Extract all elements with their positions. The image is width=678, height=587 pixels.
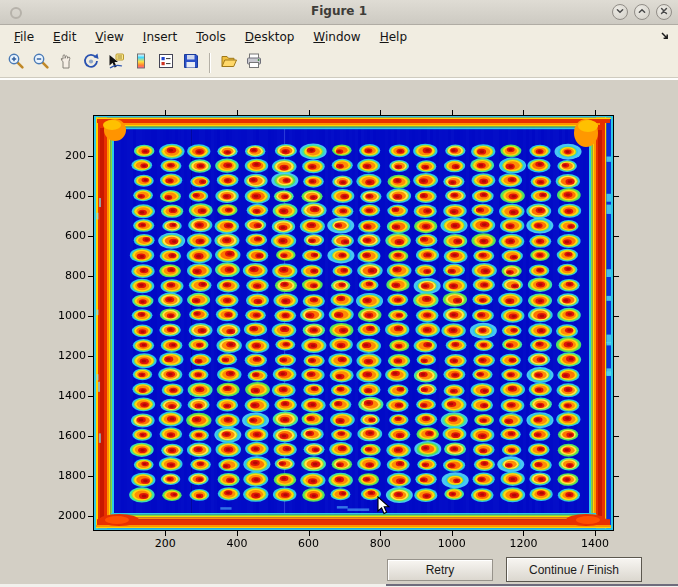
y-tick-label: 1200	[46, 349, 86, 362]
x-tick-mark	[380, 110, 381, 115]
x-tick-mark	[309, 531, 310, 536]
window-title: Figure 1	[0, 4, 678, 18]
shade-button[interactable]	[612, 4, 628, 20]
x-tick-mark	[237, 531, 238, 536]
zoom-in-button[interactable]	[6, 53, 26, 73]
y-tick-mark	[614, 196, 619, 197]
save-icon	[182, 52, 200, 74]
zoom-out-button[interactable]	[31, 53, 51, 73]
x-tick-mark	[523, 531, 524, 536]
open-file-button[interactable]	[219, 53, 239, 73]
toolbar-separator	[209, 53, 211, 73]
window-controls	[612, 4, 672, 20]
figure-window: Figure 1 FileEditViewInsertToolsDesktopW…	[0, 0, 678, 587]
close-button[interactable]	[656, 4, 672, 20]
pan-button[interactable]	[56, 53, 76, 73]
dock-arrow-icon[interactable]	[659, 30, 671, 42]
chevron-down-icon	[613, 3, 627, 22]
menu-window[interactable]: Window	[313, 30, 360, 44]
y-tick-mark	[614, 436, 619, 437]
save-button[interactable]	[181, 53, 201, 73]
x-tick-label: 400	[213, 537, 261, 550]
print-button[interactable]	[244, 53, 264, 73]
y-tick-label: 600	[46, 229, 86, 242]
window-bottom-shadow	[386, 584, 678, 586]
x-tick-label: 1200	[499, 537, 547, 550]
y-tick-mark	[614, 276, 619, 277]
close-icon	[657, 3, 671, 22]
print-icon	[245, 52, 263, 74]
menu-tools[interactable]: Tools	[196, 30, 226, 44]
insert-colorbar-icon	[132, 52, 150, 74]
menu-file[interactable]: File	[14, 30, 34, 44]
plot-axes	[93, 115, 614, 531]
x-tick-mark	[595, 110, 596, 115]
y-tick-mark	[614, 356, 619, 357]
continue-finish-button[interactable]: Continue / Finish	[506, 557, 642, 582]
heatmap-image[interactable]	[94, 116, 613, 530]
open-file-icon	[220, 52, 238, 74]
x-tick-label: 800	[356, 537, 404, 550]
y-tick-mark	[614, 156, 619, 157]
x-tick-label: 1400	[571, 537, 619, 550]
y-tick-mark	[88, 476, 93, 477]
y-tick-label: 1800	[46, 469, 86, 482]
zoom-out-icon	[32, 52, 50, 74]
y-tick-label: 1000	[46, 309, 86, 322]
toolbar	[0, 48, 678, 78]
y-tick-label: 2000	[46, 509, 86, 522]
y-tick-mark	[88, 396, 93, 397]
y-tick-mark	[88, 356, 93, 357]
menubar: FileEditViewInsertToolsDesktopWindowHelp	[0, 25, 678, 48]
y-tick-mark	[88, 156, 93, 157]
y-tick-label: 1600	[46, 429, 86, 442]
x-tick-mark	[523, 110, 524, 115]
y-tick-label: 400	[46, 189, 86, 202]
x-tick-label: 1000	[428, 537, 476, 550]
insert-legend-button[interactable]	[156, 53, 176, 73]
y-tick-mark	[88, 436, 93, 437]
y-tick-mark	[614, 316, 619, 317]
menu-desktop[interactable]: Desktop	[245, 30, 295, 44]
y-tick-label: 1400	[46, 389, 86, 402]
rotate-3d-button[interactable]	[81, 53, 101, 73]
chevron-up-icon	[635, 3, 649, 22]
titlebar: Figure 1	[0, 0, 678, 25]
menu-insert[interactable]: Insert	[143, 30, 177, 44]
menu-view[interactable]: View	[95, 30, 123, 44]
retry-button[interactable]: Retry	[387, 559, 493, 581]
y-tick-mark	[614, 516, 619, 517]
y-tick-mark	[88, 316, 93, 317]
pan-icon	[57, 52, 75, 74]
x-tick-label: 600	[285, 537, 333, 550]
y-tick-label: 200	[46, 149, 86, 162]
maximize-button[interactable]	[634, 4, 650, 20]
y-tick-mark	[88, 236, 93, 237]
zoom-in-icon	[7, 52, 25, 74]
data-cursor-button[interactable]	[106, 53, 126, 73]
y-tick-mark	[88, 276, 93, 277]
y-tick-label: 800	[46, 269, 86, 282]
figure-canvas-area: Retry Continue / Finish 2004006008001000…	[0, 80, 678, 587]
x-tick-mark	[452, 531, 453, 536]
x-tick-mark	[237, 110, 238, 115]
y-tick-mark	[88, 196, 93, 197]
x-tick-mark	[452, 110, 453, 115]
x-tick-mark	[595, 531, 596, 536]
rotate-3d-icon	[82, 52, 100, 74]
insert-legend-icon	[157, 52, 175, 74]
menu-help[interactable]: Help	[380, 30, 407, 44]
x-tick-mark	[380, 531, 381, 536]
y-tick-mark	[614, 476, 619, 477]
y-tick-mark	[614, 236, 619, 237]
x-tick-mark	[309, 110, 310, 115]
x-tick-mark	[165, 531, 166, 536]
data-cursor-icon	[107, 52, 125, 74]
x-tick-label: 200	[141, 537, 189, 550]
y-tick-mark	[88, 516, 93, 517]
insert-colorbar-button[interactable]	[131, 53, 151, 73]
menu-edit[interactable]: Edit	[53, 30, 76, 44]
y-tick-mark	[614, 396, 619, 397]
x-tick-mark	[165, 110, 166, 115]
